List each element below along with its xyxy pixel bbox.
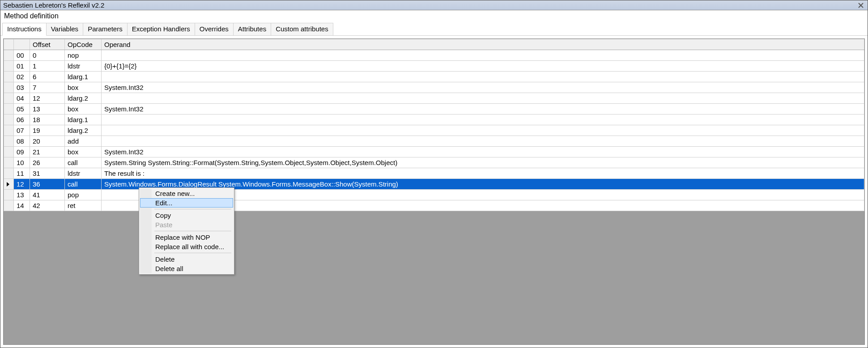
table-row[interactable]: 1026callSystem.String System.String::For… (4, 157, 864, 168)
row-marker (4, 72, 14, 82)
grid-header-index[interactable] (14, 39, 30, 50)
row-marker (4, 200, 14, 211)
close-icon (858, 2, 864, 8)
table-row[interactable]: 0618ldarg.1 (4, 115, 864, 125)
context-menu-separator (154, 209, 231, 209)
row-offset: 6 (30, 72, 65, 82)
row-offset: 1 (30, 61, 65, 72)
row-opcode: box (65, 82, 102, 93)
table-row[interactable]: 000nop (4, 50, 864, 61)
row-marker (4, 61, 14, 72)
context-menu-item-delete[interactable]: Delete (140, 255, 233, 264)
row-offset: 42 (30, 200, 65, 211)
instructions-grid[interactable]: Offset OpCode Operand 000nop011ldstr{0}+… (3, 38, 865, 345)
row-opcode: ldarg.1 (65, 72, 102, 82)
row-marker (4, 179, 14, 190)
grid-header-offset[interactable]: Offset (30, 39, 65, 50)
table-row[interactable]: 1236callSystem.Windows.Forms.DialogResul… (4, 179, 864, 190)
table-row[interactable]: 1341pop (4, 190, 864, 200)
row-operand (102, 50, 864, 61)
context-menu-item-edit[interactable]: Edit... (140, 198, 233, 208)
context-menu-separator (154, 231, 231, 231)
grid-header-opcode[interactable]: OpCode (65, 39, 102, 50)
tab-attributes[interactable]: Attributes (233, 23, 271, 35)
row-index: 09 (14, 147, 30, 157)
context-menu-item-replace-all-with-code[interactable]: Replace all with code... (140, 242, 233, 251)
row-offset: 13 (30, 104, 65, 115)
table-row[interactable]: 026ldarg.1 (4, 72, 864, 82)
row-index: 01 (14, 61, 30, 72)
context-menu-item-create-new[interactable]: Create new... (140, 189, 233, 198)
row-operand: System.Int32 (102, 104, 864, 115)
row-offset: 0 (30, 50, 65, 61)
grid-header-row: Offset OpCode Operand (4, 39, 864, 50)
context-menu[interactable]: Create new...Edit...CopyPasteReplace wit… (139, 187, 234, 275)
row-index: 14 (14, 200, 30, 211)
content-area: Method definition InstructionsVariablesP… (0, 10, 868, 348)
row-marker (4, 115, 14, 125)
row-operand (102, 136, 864, 147)
row-offset: 26 (30, 157, 65, 168)
row-marker (4, 190, 14, 200)
row-opcode: ldarg.2 (65, 93, 102, 104)
tab-overrides[interactable]: Overrides (195, 23, 234, 35)
row-index: 03 (14, 82, 30, 93)
row-marker (4, 50, 14, 61)
grid-header-operand[interactable]: Operand (102, 39, 864, 50)
context-menu-item-copy[interactable]: Copy (140, 211, 233, 220)
row-offset: 36 (30, 179, 65, 190)
row-opcode: ldstr (65, 168, 102, 179)
tab-variables[interactable]: Variables (46, 23, 83, 35)
table-row[interactable]: 011ldstr{0}+{1}={2} (4, 61, 864, 72)
row-opcode: box (65, 104, 102, 115)
row-operand (102, 93, 864, 104)
table-row[interactable]: 037boxSystem.Int32 (4, 82, 864, 93)
row-index: 04 (14, 93, 30, 104)
grid-wrapper: Offset OpCode Operand 000nop011ldstr{0}+… (0, 36, 868, 348)
table-row[interactable]: 0513boxSystem.Int32 (4, 104, 864, 115)
row-operand (102, 125, 864, 136)
tab-exception-handlers[interactable]: Exception Handlers (127, 23, 195, 35)
context-menu-item-delete-all[interactable]: Delete all (140, 264, 233, 273)
row-opcode: ret (65, 200, 102, 211)
close-button[interactable] (857, 1, 865, 9)
row-operand: System.Int32 (102, 82, 864, 93)
row-opcode: add (65, 136, 102, 147)
row-index: 05 (14, 104, 30, 115)
tab-custom-attributes[interactable]: Custom attributes (271, 23, 333, 35)
row-index: 10 (14, 157, 30, 168)
table-row[interactable]: 1131ldstrThe result is : (4, 168, 864, 179)
table-row[interactable]: 0820add (4, 136, 864, 147)
row-offset: 31 (30, 168, 65, 179)
row-operand: System.String System.String::Format(Syst… (102, 157, 864, 168)
tab-parameters[interactable]: Parameters (83, 23, 128, 35)
row-caret-icon (7, 182, 9, 187)
row-marker (4, 168, 14, 179)
table-row[interactable]: 0921boxSystem.Int32 (4, 147, 864, 157)
row-marker (4, 93, 14, 104)
row-marker (4, 136, 14, 147)
row-index: 12 (14, 179, 30, 190)
context-menu-item-replace-with-nop[interactable]: Replace with NOP (140, 233, 233, 242)
row-index: 07 (14, 125, 30, 136)
row-opcode: pop (65, 190, 102, 200)
table-row[interactable]: 0412ldarg.2 (4, 93, 864, 104)
row-offset: 41 (30, 190, 65, 200)
row-index: 00 (14, 50, 30, 61)
row-opcode: call (65, 157, 102, 168)
row-offset: 19 (30, 125, 65, 136)
row-operand (102, 115, 864, 125)
table-row[interactable]: 0719ldarg.2 (4, 125, 864, 136)
tabstrip: InstructionsVariablesParametersException… (0, 23, 868, 36)
table-row[interactable]: 1442ret (4, 200, 864, 211)
row-opcode: ldarg.2 (65, 125, 102, 136)
row-operand: The result is : (102, 168, 864, 179)
row-index: 06 (14, 115, 30, 125)
row-offset: 12 (30, 93, 65, 104)
tab-instructions[interactable]: Instructions (2, 23, 47, 36)
row-opcode: box (65, 147, 102, 157)
row-opcode: ldstr (65, 61, 102, 72)
row-operand: System.Int32 (102, 147, 864, 157)
titlebar[interactable]: Sebastien Lebreton's Reflexil v2.2 (0, 0, 868, 10)
row-operand: {0}+{1}={2} (102, 61, 864, 72)
